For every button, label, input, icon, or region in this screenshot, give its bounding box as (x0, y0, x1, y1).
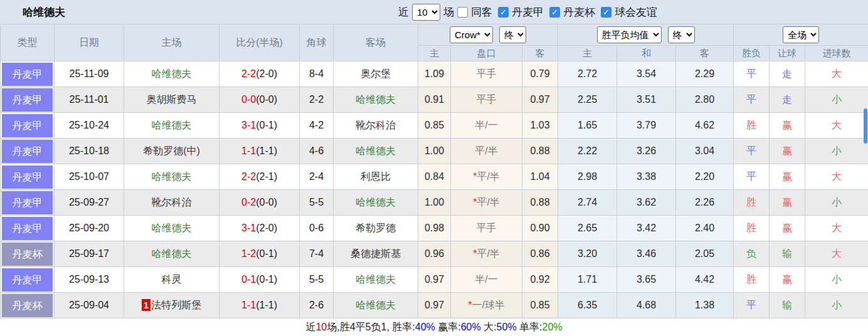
league-cell: 丹麦甲 (1, 267, 55, 293)
league-checkbox-danish-cup[interactable] (549, 7, 560, 18)
home-team-name[interactable]: 哈维德夫 (152, 120, 192, 130)
home-team-name[interactable]: 哈维德夫 (152, 248, 192, 259)
home-team-cell: 哈维德夫 (124, 61, 220, 87)
home-team-name[interactable]: 哈维德夫 (152, 68, 192, 79)
league-label-club-friendly[interactable]: 球会友谊 (615, 5, 657, 19)
home-team-name[interactable]: 哈维德夫 (152, 171, 192, 182)
goals-result-cell: 大 (805, 241, 868, 267)
match-row: 丹麦甲 25-09-13 科灵 0-1(0-1) 5-5 哈维德夫 0.97 半… (1, 267, 868, 293)
result-cell: 平 (734, 87, 770, 113)
result-cell: 平 (734, 293, 770, 318)
corner-cell: 2-4 (300, 164, 334, 190)
handicap-line-cell: 平/半 (451, 139, 522, 164)
recent-label: 近 (398, 5, 409, 19)
away-team-name[interactable]: 利恩比 (361, 171, 391, 182)
date-cell: 25-09-20 (55, 216, 124, 241)
win-odds-cell: 1.65 (558, 113, 617, 139)
home-team-name[interactable]: 靴尔科治 (152, 197, 192, 207)
away-team-name[interactable]: 哈维德夫 (356, 274, 396, 285)
match-row: 丹麦甲 25-09-27 靴尔科治 0-2(0-0) 5-5 哈维德夫 1.00… (1, 190, 868, 216)
date-cell: 25-10-18 (55, 139, 124, 164)
away-team-name[interactable]: 哈维德夫 (356, 94, 396, 105)
odds-company-select[interactable]: Crow* (450, 26, 493, 43)
away-team-name[interactable]: 桑德捷斯基 (351, 248, 401, 259)
lose-odds-cell: 3.04 (676, 139, 734, 164)
europe-stage-select[interactable]: 终 (668, 26, 695, 43)
score-cell: 2-2(2-1) (220, 164, 300, 190)
match-row: 丹麦杯 25-09-17 哈维德夫 1-2(0-1) 7-4 桑德捷斯基 0.9… (1, 241, 868, 267)
corner-cell: 7-4 (300, 241, 334, 267)
handicap-line: 一/球半 (472, 300, 504, 310)
league-checkbox-danish-superliga[interactable] (498, 7, 509, 18)
date-cell: 25-11-01 (55, 87, 124, 113)
fulltime-score: 2-2 (241, 68, 256, 79)
col-header-date: 日期 (55, 24, 124, 61)
score-cell: 3-1(2-0) (220, 216, 300, 241)
lose-odds-cell: 4.62 (676, 113, 734, 139)
match-row: 丹麦甲 25-10-24 哈维德夫 3-1(0-1) 4-2 靴尔科治 0.85… (1, 113, 868, 139)
home-team-name[interactable]: 奥胡斯费马 (147, 94, 197, 105)
match-row: 丹麦甲 25-10-07 哈维德夫 2-2(2-1) 2-4 利恩比 0.84 … (1, 164, 868, 190)
league-badge: 丹麦甲 (2, 88, 53, 112)
league-label-danish-superliga[interactable]: 丹麦甲 (512, 5, 544, 19)
away-team-name[interactable]: 哈维德夫 (356, 300, 396, 310)
corner-cell: 4-6 (300, 139, 334, 164)
same-away-checkbox[interactable] (457, 7, 468, 18)
col-header-away: 客场 (334, 24, 418, 61)
lose-odds-cell: 2.05 (676, 241, 734, 267)
league-checkbox-club-friendly[interactable] (601, 7, 611, 18)
top-bar: 哈维德夫 近 10 场 同客 丹麦甲 丹麦杯 球会友谊 (0, 0, 868, 24)
halftime-score: (1-1) (256, 300, 277, 310)
home-team-name[interactable]: 法特列斯堡 (151, 300, 201, 310)
handicap-home-odds-cell: 1.00 (418, 190, 451, 216)
draw-odds-cell: 3.46 (617, 241, 676, 267)
goals-result-cell: 小 (805, 87, 868, 113)
score-cell: 1-1(1-1) (220, 139, 300, 164)
recent-count-select[interactable]: 10 (412, 4, 440, 21)
match-scope-select[interactable]: 全场 (783, 26, 819, 43)
league-badge: 丹麦甲 (2, 165, 53, 189)
sub-header-goals: 进球数 (805, 46, 868, 61)
halftime-score: (2-0) (256, 223, 277, 233)
away-team-cell: 哈维德夫 (334, 293, 418, 318)
table-header: 类型 日期 主场 比分(半场) 角球 客场 Crow* 终 胜平负均值 终 全场 (1, 24, 868, 61)
europe-odds-group: 胜平负均值 终 (558, 24, 734, 46)
match-table: 类型 日期 主场 比分(半场) 角球 客场 Crow* 终 胜平负均值 终 全场 (0, 24, 868, 318)
corner-cell: 4-2 (300, 113, 334, 139)
col-header-home: 主场 (124, 24, 220, 61)
league-label-danish-cup[interactable]: 丹麦杯 (563, 5, 595, 19)
away-team-name[interactable]: 奥尔堡 (361, 68, 391, 79)
win-odds-cell: 3.20 (558, 241, 617, 267)
same-away-label[interactable]: 同客 (471, 5, 492, 19)
home-team-cell: 哈维德夫 (124, 113, 220, 139)
handicap-result-cell: 赢 (770, 190, 805, 216)
away-team-name[interactable]: 哈维德夫 (356, 145, 396, 156)
lose-odds-cell: 1.38 (676, 293, 734, 318)
home-team-cell: 1法特列斯堡 (124, 293, 220, 318)
handicap-stage-select[interactable]: 终 (499, 26, 526, 43)
handicap-result-cell: 赢 (770, 113, 805, 139)
away-team-name[interactable]: 哈维德夫 (356, 197, 396, 207)
summary-text: 场,胜4平5负1, 胜率: (327, 321, 415, 334)
home-team-name[interactable]: 哈维德夫 (152, 223, 192, 233)
fulltime-score: 3-1 (241, 120, 256, 130)
handicap-line-cell: 半/一 (451, 113, 522, 139)
away-team-name[interactable]: 靴尔科治 (356, 120, 396, 130)
home-team-cell: 靴尔科治 (124, 190, 220, 216)
lose-odds-cell: 2.20 (676, 164, 734, 190)
handicap-result-cell: 赢 (770, 216, 805, 241)
col-header-type: 类型 (1, 24, 55, 61)
handicap-home-odds-cell: 0.84 (418, 164, 451, 190)
summary-text: 50% (497, 322, 517, 333)
sub-header-result: 胜负 (734, 46, 770, 61)
handicap-home-odds-cell: 0.97 (418, 293, 451, 318)
fulltime-score: 3-1 (241, 223, 256, 233)
scrollbar-thumb[interactable] (864, 108, 867, 144)
goals-result-cell: 大 (805, 164, 868, 190)
draw-odds-cell: 3.38 (617, 164, 676, 190)
home-team-name[interactable]: 科灵 (162, 274, 182, 285)
home-team-name[interactable]: 希勒罗德(中) (143, 145, 200, 156)
away-team-name[interactable]: 希勒罗德 (356, 223, 396, 233)
halftime-score: (0-0) (256, 197, 277, 207)
europe-odds-select[interactable]: 胜平负均值 (597, 26, 662, 43)
